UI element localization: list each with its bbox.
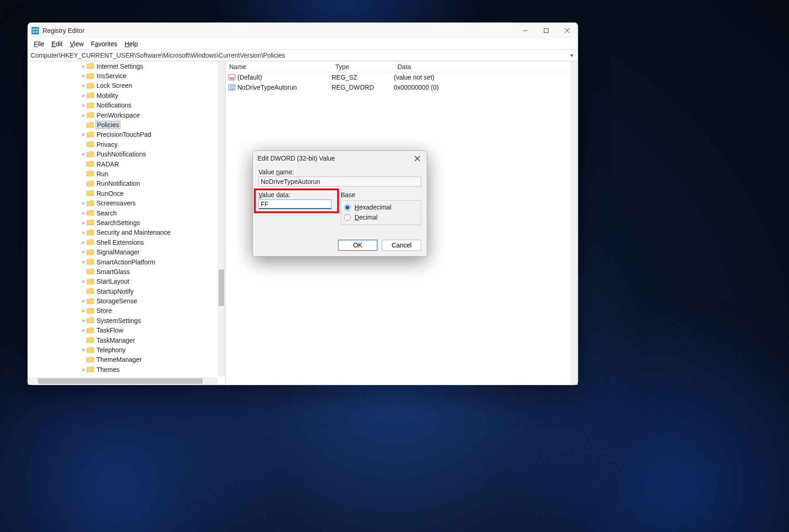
folder-icon — [86, 122, 94, 128]
tree-item[interactable]: >Internet Settings — [81, 61, 218, 71]
column-header-type[interactable]: Type — [332, 63, 394, 70]
expander-icon[interactable]: > — [81, 220, 86, 226]
address-bar[interactable]: Computer\HKEY_CURRENT_USER\Software\Micr… — [28, 50, 578, 61]
expander-icon[interactable]: > — [81, 151, 86, 157]
menu-file[interactable]: File — [30, 39, 48, 48]
tree-item[interactable]: >Store — [81, 306, 218, 316]
dialog-close-button[interactable] — [412, 153, 422, 163]
column-header-data[interactable]: Data — [394, 63, 578, 70]
tree-vertical-scrollbar[interactable] — [218, 61, 225, 376]
tree-item[interactable]: >Notifications — [81, 101, 218, 110]
tree-item[interactable]: >PrecisionTouchPad — [81, 130, 218, 140]
radio-hex-indicator[interactable] — [344, 204, 351, 211]
tree-item[interactable]: Privacy — [81, 140, 218, 149]
tree-item[interactable]: >PushNotifications — [81, 150, 218, 159]
menu-view[interactable]: View — [66, 39, 87, 48]
cancel-button[interactable]: Cancel — [382, 240, 421, 251]
tree-item[interactable]: >StorageSense — [81, 296, 218, 306]
menu-edit[interactable]: Edit — [48, 39, 66, 48]
expander-icon[interactable]: > — [81, 259, 86, 265]
tree-item[interactable]: StartupNotify — [81, 286, 218, 296]
tree-item[interactable]: >Telephony — [81, 345, 218, 355]
tree-item[interactable]: RunOnce — [81, 188, 218, 198]
tree-item[interactable]: >StartLayout — [81, 277, 218, 286]
expander-icon[interactable]: > — [81, 83, 86, 88]
menu-help[interactable]: Help — [121, 39, 141, 48]
expander-icon[interactable]: > — [81, 318, 86, 323]
expander-icon[interactable]: > — [81, 230, 86, 235]
expander-icon[interactable]: > — [81, 113, 86, 118]
expander-icon[interactable]: > — [81, 249, 86, 255]
tree-item[interactable]: TaskManager — [81, 335, 218, 345]
tree-item[interactable]: >IrisService — [81, 71, 218, 81]
value-data-input[interactable] — [258, 199, 332, 209]
tree-item[interactable]: Run — [81, 169, 218, 178]
tree-item[interactable]: ThemeManager — [81, 355, 218, 365]
tree-item[interactable]: >SmartActionPlatform — [81, 257, 218, 267]
folder-icon — [86, 190, 94, 196]
minimize-button[interactable] — [515, 23, 536, 38]
close-button[interactable] — [557, 23, 578, 38]
tree-item-label: Search — [96, 210, 118, 217]
tree-item[interactable]: RADAR — [81, 159, 218, 169]
address-dropdown-icon[interactable]: ▾ — [570, 52, 575, 59]
tree-item[interactable]: >Security and Maintenance — [81, 228, 218, 237]
expander-icon[interactable]: > — [81, 132, 86, 137]
expander-icon[interactable]: > — [81, 279, 86, 284]
titlebar[interactable]: Registry Editor — [28, 23, 578, 38]
expander-icon[interactable]: > — [81, 210, 86, 216]
tree-item-label: Privacy — [96, 141, 118, 148]
expander-icon[interactable]: > — [81, 102, 86, 108]
regedit-icon — [32, 27, 39, 34]
folder-icon — [86, 288, 94, 294]
tree-item[interactable]: >SignalManager — [81, 247, 218, 257]
registry-tree[interactable]: >Internet Settings>IrisService>Lock Scre… — [28, 61, 218, 376]
tree-item[interactable]: >TaskFlow — [81, 326, 218, 335]
tree-item[interactable]: Policies — [81, 120, 218, 129]
list-header[interactable]: Name Type Data — [225, 61, 578, 72]
expander-icon[interactable]: > — [81, 64, 86, 69]
dialog-titlebar[interactable]: Edit DWORD (32-bit) Value — [253, 151, 427, 166]
tree-item[interactable]: RunNotification — [81, 179, 218, 188]
list-row[interactable]: ab(Default)REG_SZ(value not set) — [225, 72, 578, 82]
tree-item[interactable]: >Shell Extensions — [81, 237, 218, 247]
ok-button[interactable]: OK — [338, 240, 377, 251]
folder-icon — [86, 200, 94, 206]
tree-item[interactable]: >PenWorkspace — [81, 110, 218, 120]
folder-icon — [86, 337, 94, 343]
value-name-field[interactable]: NoDriveTypeAutorun — [258, 177, 421, 187]
radio-decimal[interactable]: Decimal — [344, 214, 418, 221]
list-vertical-scrollbar[interactable] — [570, 61, 578, 385]
tree-item[interactable]: >Lock Screen — [81, 81, 218, 91]
expander-icon[interactable]: > — [81, 93, 86, 98]
tree-item[interactable]: >SystemSettings — [81, 316, 218, 325]
expander-icon[interactable]: > — [81, 367, 86, 372]
expander-icon[interactable]: > — [81, 200, 86, 206]
expander-icon[interactable]: > — [81, 308, 86, 313]
expander-icon[interactable]: > — [81, 240, 86, 245]
tree-item[interactable]: >Themes — [81, 365, 218, 374]
tree-item[interactable]: >SearchSettings — [81, 218, 218, 227]
radio-hexadecimal[interactable]: Hexadecimal — [344, 204, 418, 211]
tree-item[interactable]: >Mobility — [81, 91, 218, 100]
value-data-label: Value data: — [258, 191, 336, 199]
tree-horizontal-scrollbar[interactable] — [28, 377, 218, 385]
menu-favorites[interactable]: Favorites — [87, 39, 121, 48]
tree-item[interactable]: >Search — [81, 208, 218, 218]
tree-item-label: RunOnce — [96, 190, 124, 197]
tree-item-label: Mobility — [96, 92, 119, 99]
expander-icon[interactable]: > — [81, 298, 86, 304]
radio-dec-indicator[interactable] — [344, 214, 351, 221]
tree-item-label: Internet Settings — [96, 63, 144, 70]
expander-icon[interactable]: > — [81, 73, 86, 79]
tree-item[interactable]: >Screensavers — [81, 198, 218, 208]
tree-item[interactable]: SmartGlass — [81, 267, 218, 276]
column-header-name[interactable]: Name — [225, 63, 332, 70]
list-row[interactable]: 011110NoDriveTypeAutorunREG_DWORD0x00000… — [225, 82, 578, 92]
tree-item-label: IrisService — [96, 72, 127, 80]
maximize-button[interactable] — [536, 23, 557, 38]
cell-type: REG_SZ — [332, 74, 394, 81]
folder-icon — [86, 151, 94, 157]
expander-icon[interactable]: > — [81, 347, 86, 353]
expander-icon[interactable]: > — [81, 328, 86, 333]
